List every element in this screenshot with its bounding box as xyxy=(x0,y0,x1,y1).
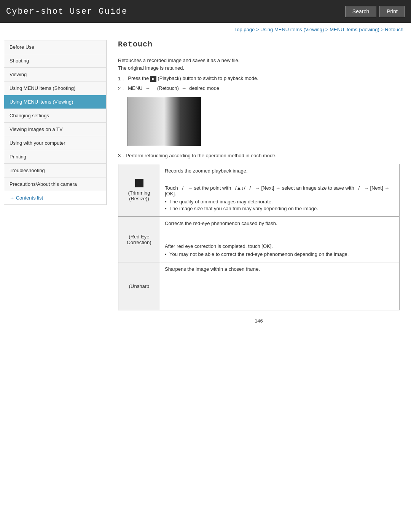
unsharp-label-cell: (Unsharp xyxy=(118,262,160,310)
intro-line2: The original image is retained. xyxy=(118,65,400,71)
trimming-bullet-1: The quality of trimmed images may deteri… xyxy=(165,199,395,204)
sidebar-item-troubleshooting[interactable]: Troubleshooting xyxy=(4,164,106,177)
trimming-label-cell: (Trimming(Resize)) xyxy=(118,164,160,217)
step-2-text: MENU → (Retouch) → desired mode xyxy=(128,85,219,91)
header-buttons: Search Print xyxy=(345,6,405,17)
trimming-detail: Touch / → set the point with /▲↓/ / → [N… xyxy=(165,185,395,197)
page-number: 146 xyxy=(118,310,400,331)
table-row-red-eye: (Red EyeCorrection) Corrects the red-eye… xyxy=(118,217,400,262)
print-button[interactable]: Print xyxy=(379,6,405,17)
red-eye-content-cell: Corrects the red-eye phenomenon caused b… xyxy=(160,217,400,262)
app-title: Cyber-shot User Guide xyxy=(6,7,127,16)
step-1-num: 1． xyxy=(118,75,126,82)
search-button[interactable]: Search xyxy=(345,6,376,17)
breadcrumb-retouch[interactable]: Retouch xyxy=(385,27,403,32)
step-1-text: Press the ▶ (Playback) button to switch … xyxy=(128,75,258,82)
retouch-table: (Trimming(Resize)) Records the zoomed pl… xyxy=(118,164,400,310)
unsharp-line1: Sharpens the image within a chosen frame… xyxy=(165,266,395,272)
sidebar-item-precautions[interactable]: Precautions/About this camera xyxy=(4,177,106,191)
header: Cyber-shot User Guide Search Print xyxy=(0,0,411,23)
unsharp-label-text: (Unsharp xyxy=(123,283,155,289)
red-eye-detail: After red eye correction is completed, t… xyxy=(165,243,395,249)
retouch-image xyxy=(127,97,201,146)
trimming-content-cell: Records the zoomed playback image. Touch… xyxy=(160,164,400,217)
sidebar-item-viewing-tv[interactable]: Viewing images on a TV xyxy=(4,123,106,136)
step-3-text: 3．Perform retouching according to the op… xyxy=(118,152,400,159)
red-eye-bullet-1: You may not be able to correct the red-e… xyxy=(165,251,395,257)
page-title: Retouch xyxy=(118,40,400,52)
breadcrumb-menu-items-viewing[interactable]: MENU items (Viewing) xyxy=(330,27,379,32)
sidebar: Before Use Shooting Viewing Using MENU i… xyxy=(4,40,107,205)
red-eye-label-cell: (Red EyeCorrection) xyxy=(118,217,160,262)
sidebar-item-printing[interactable]: Printing xyxy=(4,150,106,164)
breadcrumb-using-menu-viewing[interactable]: Using MENU items (Viewing) xyxy=(260,27,324,32)
sidebar-item-using-menu-shooting[interactable]: Using MENU items (Shooting) xyxy=(4,81,106,95)
table-row-unsharp: (Unsharp Sharpens the image within a cho… xyxy=(118,262,400,310)
steps-list: 1． Press the ▶ (Playback) button to swit… xyxy=(118,75,400,92)
trimming-icon xyxy=(135,179,143,187)
sidebar-item-using-computer[interactable]: Using with your computer xyxy=(4,136,106,150)
intro-line1: Retouches a recorded image and saves it … xyxy=(118,58,400,63)
playback-icon: ▶ xyxy=(150,76,156,82)
sidebar-item-viewing[interactable]: Viewing xyxy=(4,68,106,81)
table-row-trimming: (Trimming(Resize)) Records the zoomed pl… xyxy=(118,164,400,217)
content-area: Retouch Retouches a recorded image and s… xyxy=(107,36,411,343)
step-1: 1． Press the ▶ (Playback) button to swit… xyxy=(118,75,400,82)
red-eye-line1: Corrects the red-eye phenomenon caused b… xyxy=(165,220,395,226)
sidebar-item-shooting[interactable]: Shooting xyxy=(4,54,106,68)
step-2-num: 2． xyxy=(118,85,126,92)
sidebar-item-changing-settings[interactable]: Changing settings xyxy=(4,109,106,123)
red-eye-label-text: (Red EyeCorrection) xyxy=(123,234,155,245)
step-2: 2． MENU → (Retouch) → desired mode xyxy=(118,85,400,92)
trimming-line1: Records the zoomed playback image. xyxy=(165,168,395,174)
trimming-bullets: The quality of trimmed images may deteri… xyxy=(165,199,395,211)
main-layout: Before Use Shooting Viewing Using MENU i… xyxy=(0,36,411,343)
red-eye-bullets: You may not be able to correct the red-e… xyxy=(165,251,395,257)
trimming-bullet-2: The image size that you can trim may var… xyxy=(165,206,395,211)
contents-list-link[interactable]: Contents list xyxy=(4,191,106,204)
trimming-label-text: (Trimming(Resize)) xyxy=(123,190,155,201)
breadcrumb-top[interactable]: Top page xyxy=(234,27,255,32)
sidebar-item-before-use[interactable]: Before Use xyxy=(4,40,106,54)
sidebar-item-using-menu-viewing[interactable]: Using MENU items (Viewing) xyxy=(4,95,106,109)
unsharp-content-cell: Sharpens the image within a chosen frame… xyxy=(160,262,400,310)
breadcrumb: Top page > Using MENU items (Viewing) > … xyxy=(0,23,411,36)
